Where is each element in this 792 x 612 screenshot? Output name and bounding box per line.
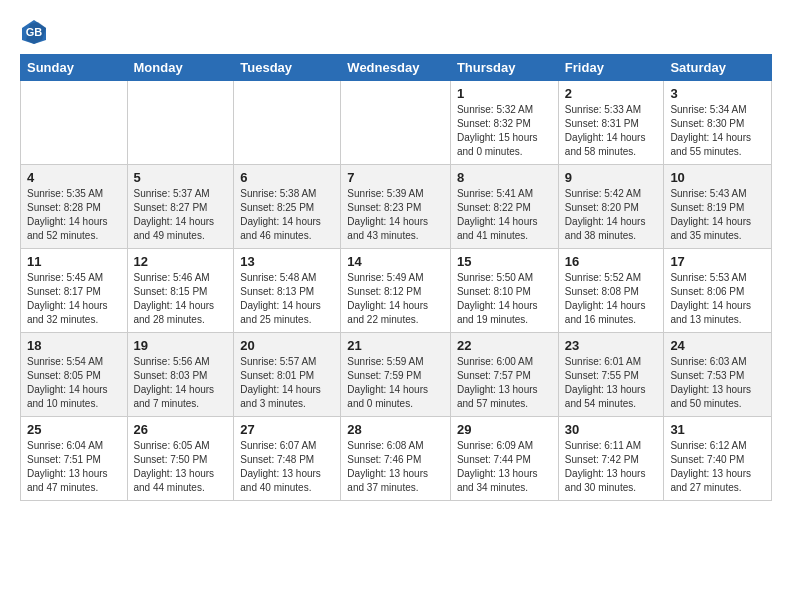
day-info: Sunrise: 5:42 AMSunset: 8:20 PMDaylight:… (565, 187, 658, 243)
day-number: 21 (347, 338, 444, 353)
day-number: 18 (27, 338, 121, 353)
calendar-cell (127, 81, 234, 165)
day-number: 16 (565, 254, 658, 269)
calendar-cell: 30Sunrise: 6:11 AMSunset: 7:42 PMDayligh… (558, 417, 664, 501)
day-number: 29 (457, 422, 552, 437)
page: GB SundayMondayTuesdayWednesdayThursdayF… (0, 0, 792, 519)
day-number: 27 (240, 422, 334, 437)
day-info: Sunrise: 6:09 AMSunset: 7:44 PMDaylight:… (457, 439, 552, 495)
calendar-cell: 9Sunrise: 5:42 AMSunset: 8:20 PMDaylight… (558, 165, 664, 249)
day-number: 8 (457, 170, 552, 185)
calendar-cell: 31Sunrise: 6:12 AMSunset: 7:40 PMDayligh… (664, 417, 772, 501)
day-info: Sunrise: 5:41 AMSunset: 8:22 PMDaylight:… (457, 187, 552, 243)
day-number: 7 (347, 170, 444, 185)
day-number: 22 (457, 338, 552, 353)
day-number: 30 (565, 422, 658, 437)
calendar-cell: 19Sunrise: 5:56 AMSunset: 8:03 PMDayligh… (127, 333, 234, 417)
calendar-week-row: 4Sunrise: 5:35 AMSunset: 8:28 PMDaylight… (21, 165, 772, 249)
calendar-cell: 14Sunrise: 5:49 AMSunset: 8:12 PMDayligh… (341, 249, 451, 333)
calendar-cell: 27Sunrise: 6:07 AMSunset: 7:48 PMDayligh… (234, 417, 341, 501)
day-number: 11 (27, 254, 121, 269)
calendar-cell (341, 81, 451, 165)
calendar-header-row: SundayMondayTuesdayWednesdayThursdayFrid… (21, 55, 772, 81)
day-number: 31 (670, 422, 765, 437)
calendar-cell: 1Sunrise: 5:32 AMSunset: 8:32 PMDaylight… (450, 81, 558, 165)
weekday-header-thursday: Thursday (450, 55, 558, 81)
day-number: 2 (565, 86, 658, 101)
day-info: Sunrise: 5:43 AMSunset: 8:19 PMDaylight:… (670, 187, 765, 243)
day-info: Sunrise: 6:11 AMSunset: 7:42 PMDaylight:… (565, 439, 658, 495)
day-number: 6 (240, 170, 334, 185)
day-info: Sunrise: 6:00 AMSunset: 7:57 PMDaylight:… (457, 355, 552, 411)
generalblue-logo-icon: GB (20, 18, 48, 46)
day-info: Sunrise: 6:07 AMSunset: 7:48 PMDaylight:… (240, 439, 334, 495)
day-number: 25 (27, 422, 121, 437)
day-number: 28 (347, 422, 444, 437)
calendar-cell: 7Sunrise: 5:39 AMSunset: 8:23 PMDaylight… (341, 165, 451, 249)
day-info: Sunrise: 5:32 AMSunset: 8:32 PMDaylight:… (457, 103, 552, 159)
day-number: 3 (670, 86, 765, 101)
calendar-cell: 24Sunrise: 6:03 AMSunset: 7:53 PMDayligh… (664, 333, 772, 417)
day-info: Sunrise: 6:03 AMSunset: 7:53 PMDaylight:… (670, 355, 765, 411)
day-number: 20 (240, 338, 334, 353)
day-info: Sunrise: 6:04 AMSunset: 7:51 PMDaylight:… (27, 439, 121, 495)
calendar-week-row: 25Sunrise: 6:04 AMSunset: 7:51 PMDayligh… (21, 417, 772, 501)
calendar-cell: 12Sunrise: 5:46 AMSunset: 8:15 PMDayligh… (127, 249, 234, 333)
day-info: Sunrise: 5:54 AMSunset: 8:05 PMDaylight:… (27, 355, 121, 411)
day-number: 12 (134, 254, 228, 269)
day-info: Sunrise: 5:45 AMSunset: 8:17 PMDaylight:… (27, 271, 121, 327)
calendar-cell: 16Sunrise: 5:52 AMSunset: 8:08 PMDayligh… (558, 249, 664, 333)
day-info: Sunrise: 5:39 AMSunset: 8:23 PMDaylight:… (347, 187, 444, 243)
calendar-cell (234, 81, 341, 165)
calendar-cell: 3Sunrise: 5:34 AMSunset: 8:30 PMDaylight… (664, 81, 772, 165)
logo: GB (20, 18, 52, 46)
calendar-cell: 28Sunrise: 6:08 AMSunset: 7:46 PMDayligh… (341, 417, 451, 501)
day-info: Sunrise: 5:52 AMSunset: 8:08 PMDaylight:… (565, 271, 658, 327)
day-info: Sunrise: 5:38 AMSunset: 8:25 PMDaylight:… (240, 187, 334, 243)
calendar-cell: 20Sunrise: 5:57 AMSunset: 8:01 PMDayligh… (234, 333, 341, 417)
day-number: 9 (565, 170, 658, 185)
calendar-cell: 13Sunrise: 5:48 AMSunset: 8:13 PMDayligh… (234, 249, 341, 333)
day-info: Sunrise: 5:33 AMSunset: 8:31 PMDaylight:… (565, 103, 658, 159)
weekday-header-sunday: Sunday (21, 55, 128, 81)
calendar-cell: 29Sunrise: 6:09 AMSunset: 7:44 PMDayligh… (450, 417, 558, 501)
weekday-header-tuesday: Tuesday (234, 55, 341, 81)
calendar-week-row: 18Sunrise: 5:54 AMSunset: 8:05 PMDayligh… (21, 333, 772, 417)
day-number: 4 (27, 170, 121, 185)
weekday-header-monday: Monday (127, 55, 234, 81)
day-info: Sunrise: 5:46 AMSunset: 8:15 PMDaylight:… (134, 271, 228, 327)
calendar-cell: 22Sunrise: 6:00 AMSunset: 7:57 PMDayligh… (450, 333, 558, 417)
day-info: Sunrise: 5:53 AMSunset: 8:06 PMDaylight:… (670, 271, 765, 327)
day-info: Sunrise: 6:12 AMSunset: 7:40 PMDaylight:… (670, 439, 765, 495)
day-info: Sunrise: 6:05 AMSunset: 7:50 PMDaylight:… (134, 439, 228, 495)
calendar-cell: 21Sunrise: 5:59 AMSunset: 7:59 PMDayligh… (341, 333, 451, 417)
calendar-cell: 18Sunrise: 5:54 AMSunset: 8:05 PMDayligh… (21, 333, 128, 417)
calendar-cell: 6Sunrise: 5:38 AMSunset: 8:25 PMDaylight… (234, 165, 341, 249)
day-info: Sunrise: 5:50 AMSunset: 8:10 PMDaylight:… (457, 271, 552, 327)
day-number: 13 (240, 254, 334, 269)
day-number: 10 (670, 170, 765, 185)
day-number: 1 (457, 86, 552, 101)
calendar-cell: 4Sunrise: 5:35 AMSunset: 8:28 PMDaylight… (21, 165, 128, 249)
day-number: 26 (134, 422, 228, 437)
day-number: 17 (670, 254, 765, 269)
day-number: 24 (670, 338, 765, 353)
day-info: Sunrise: 5:57 AMSunset: 8:01 PMDaylight:… (240, 355, 334, 411)
svg-text:GB: GB (26, 26, 43, 38)
header: GB (20, 18, 772, 46)
day-info: Sunrise: 5:37 AMSunset: 8:27 PMDaylight:… (134, 187, 228, 243)
day-info: Sunrise: 5:49 AMSunset: 8:12 PMDaylight:… (347, 271, 444, 327)
calendar-cell: 2Sunrise: 5:33 AMSunset: 8:31 PMDaylight… (558, 81, 664, 165)
calendar-week-row: 11Sunrise: 5:45 AMSunset: 8:17 PMDayligh… (21, 249, 772, 333)
calendar-cell (21, 81, 128, 165)
day-info: Sunrise: 5:48 AMSunset: 8:13 PMDaylight:… (240, 271, 334, 327)
weekday-header-saturday: Saturday (664, 55, 772, 81)
calendar-cell: 11Sunrise: 5:45 AMSunset: 8:17 PMDayligh… (21, 249, 128, 333)
day-number: 19 (134, 338, 228, 353)
calendar-cell: 5Sunrise: 5:37 AMSunset: 8:27 PMDaylight… (127, 165, 234, 249)
calendar-cell: 15Sunrise: 5:50 AMSunset: 8:10 PMDayligh… (450, 249, 558, 333)
weekday-header-friday: Friday (558, 55, 664, 81)
calendar-cell: 26Sunrise: 6:05 AMSunset: 7:50 PMDayligh… (127, 417, 234, 501)
day-number: 14 (347, 254, 444, 269)
day-info: Sunrise: 5:35 AMSunset: 8:28 PMDaylight:… (27, 187, 121, 243)
